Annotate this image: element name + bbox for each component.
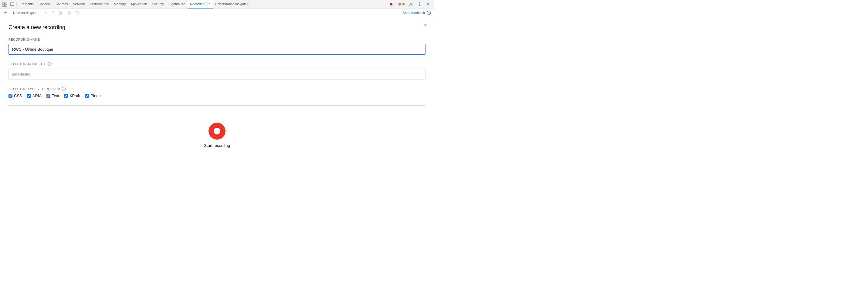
recording-name-label: RECORDING NAME [8, 38, 426, 41]
close-recorder-tab[interactable]: × [209, 2, 210, 5]
section-divider [8, 105, 426, 106]
svg-point-6 [248, 3, 250, 5]
send-feedback-link[interactable]: Send feedback [403, 11, 425, 14]
tab-security[interactable]: Security [149, 0, 166, 8]
checkbox-pierce-input[interactable] [85, 94, 89, 98]
start-recording-button[interactable] [209, 123, 225, 140]
import-btn[interactable] [50, 9, 57, 16]
tab-performance-insights[interactable]: Performance insights [213, 0, 253, 8]
tab-console[interactable]: Console [36, 0, 53, 8]
checkbox-css[interactable]: CSS [8, 93, 22, 98]
more-options-btn[interactable] [416, 1, 423, 8]
settings-btn[interactable] [407, 1, 414, 8]
tab-network[interactable]: Network [70, 0, 87, 8]
recorder-toolbar: No recordings Send feedback [0, 8, 434, 17]
perf-insights-icon [247, 2, 250, 5]
tab-separator-1 [17, 2, 17, 7]
new-recording-btn[interactable] [2, 9, 8, 16]
error-badge-yellow[interactable]: 10 [397, 2, 406, 6]
selector-attribute-help-icon[interactable]: ? [48, 62, 52, 66]
selector-types-help-icon[interactable]: ? [62, 87, 66, 91]
recordings-dropdown[interactable]: No recordings [11, 9, 40, 16]
main-content: × Create a new recording RECORDING NAME … [0, 17, 434, 163]
close-dialog-btn[interactable]: × [422, 22, 429, 29]
checkboxes-row: CSS ARIA Text XPath Pierce [8, 93, 426, 98]
selector-attribute-input[interactable] [8, 68, 426, 80]
toolbar-divider-1 [10, 10, 10, 15]
red-dot [390, 3, 393, 5]
recording-name-input[interactable] [8, 44, 426, 55]
error-badge-red[interactable]: 1 [389, 2, 396, 6]
yellow-dot [399, 3, 401, 5]
checkbox-css-input[interactable] [8, 94, 12, 98]
close-devtools-btn[interactable] [424, 1, 432, 8]
play-btn[interactable] [66, 9, 73, 16]
devtools-tab-bar: Elements Console Sources Network Perform… [0, 0, 434, 8]
checkbox-text-input[interactable] [46, 94, 51, 98]
toolbar-divider-3 [65, 10, 65, 15]
inspect-icon-btn[interactable] [1, 1, 8, 8]
export-btn[interactable] [42, 9, 49, 16]
tab-application[interactable]: Application [128, 0, 150, 8]
tab-recorder[interactable]: Recorder × [188, 0, 213, 8]
record-inner-circle [214, 128, 220, 135]
tab-elements[interactable]: Elements [17, 0, 36, 8]
svg-rect-3 [5, 5, 7, 6]
tab-memory[interactable]: Memory [112, 0, 128, 8]
help-btn[interactable] [426, 9, 432, 16]
checkbox-xpath-input[interactable] [64, 94, 68, 98]
svg-point-10 [419, 5, 420, 6]
start-recording-label: Start recording [204, 143, 230, 148]
tab-sources[interactable]: Sources [53, 0, 70, 8]
svg-rect-1 [5, 2, 7, 4]
svg-rect-0 [3, 2, 5, 4]
svg-point-9 [419, 4, 420, 4]
tab-lighthouse[interactable]: Lighthouse [166, 0, 188, 8]
svg-point-12 [429, 13, 429, 14]
chevron-down-icon [35, 11, 38, 14]
checkbox-pierce[interactable]: Pierce [85, 93, 102, 98]
svg-point-5 [205, 3, 207, 5]
top-right-buttons: 1 10 [389, 1, 433, 8]
checkbox-xpath[interactable]: XPath [64, 93, 80, 98]
selector-types-section: SELECTOR TYPES TO RECORD ? CSS ARIA Text… [8, 87, 426, 98]
svg-point-7 [410, 3, 412, 5]
recording-name-section: RECORDING NAME [8, 38, 426, 55]
replay-btn[interactable] [74, 9, 81, 16]
selector-attribute-section: SELECTOR ATTRIBUTE ? [8, 62, 426, 80]
device-toggle-btn[interactable] [8, 1, 16, 8]
form-title: Create a new recording [8, 24, 426, 31]
delete-btn[interactable] [57, 9, 64, 16]
selector-attribute-label: SELECTOR ATTRIBUTE ? [8, 62, 426, 66]
start-recording-section: Start recording [8, 113, 426, 155]
checkbox-text[interactable]: Text [46, 93, 59, 98]
recorder-icon [205, 2, 208, 5]
checkbox-aria-input[interactable] [27, 94, 31, 98]
svg-rect-2 [3, 5, 5, 6]
checkbox-aria[interactable]: ARIA [27, 93, 41, 98]
tab-performance[interactable]: Performance [87, 0, 112, 8]
selector-types-label: SELECTOR TYPES TO RECORD ? [8, 87, 426, 91]
svg-point-8 [419, 2, 420, 3]
svg-rect-4 [10, 3, 14, 5]
